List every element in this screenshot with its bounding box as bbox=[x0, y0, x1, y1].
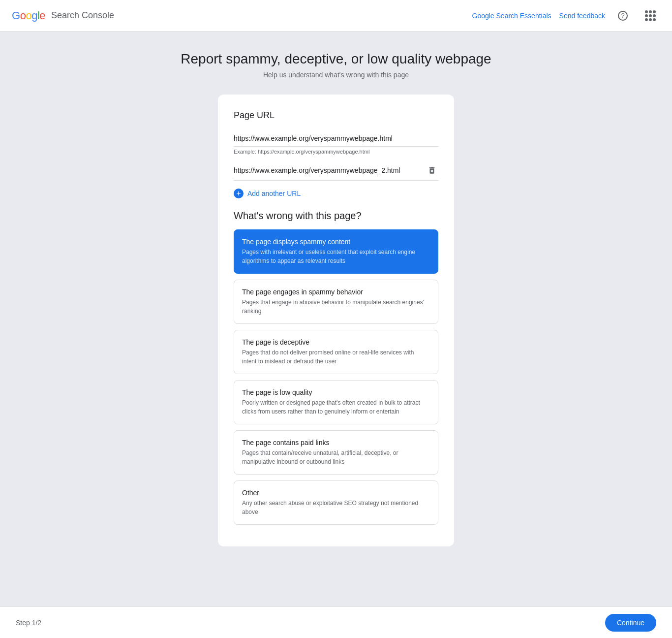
option-title-deceptive: The page is deceptive bbox=[242, 338, 430, 346]
option-title-other: Other bbox=[242, 489, 430, 497]
app-name: Search Console bbox=[51, 10, 114, 21]
add-url-label: Add another URL bbox=[247, 190, 301, 197]
main-content: Report spammy, deceptive, or low quality… bbox=[0, 32, 672, 586]
option-low-quality[interactable]: The page is low qualityPoorly written or… bbox=[234, 380, 438, 424]
help-button[interactable]: ? bbox=[613, 6, 633, 26]
url-input-1-wrapper bbox=[234, 130, 438, 147]
send-feedback-link[interactable]: Send feedback bbox=[559, 12, 605, 20]
option-title-spammy-behavior: The page engages in spammy behavior bbox=[242, 288, 430, 296]
option-desc-paid-links: Pages that contain/receive unnatural, ar… bbox=[242, 448, 430, 466]
url-input-2-row bbox=[234, 162, 438, 181]
options-section: What's wrong with this page? The page di… bbox=[234, 210, 438, 525]
option-desc-deceptive: Pages that do not deliver promised onlin… bbox=[242, 348, 430, 366]
options-section-title: What's wrong with this page? bbox=[234, 210, 438, 222]
help-icon: ? bbox=[618, 11, 628, 21]
page-subtitle: Help us understand what's wrong with thi… bbox=[263, 71, 409, 79]
option-title-spammy-content: The page displays spammy content bbox=[242, 238, 430, 246]
apps-grid-icon bbox=[645, 10, 656, 21]
url-input-1[interactable] bbox=[234, 130, 438, 147]
add-url-button[interactable]: + Add another URL bbox=[234, 189, 301, 198]
url-input-2[interactable] bbox=[234, 162, 422, 178]
page-title: Report spammy, deceptive, or low quality… bbox=[181, 51, 491, 67]
trash-icon bbox=[428, 166, 436, 175]
option-other[interactable]: OtherAny other search abuse or exploitat… bbox=[234, 480, 438, 525]
option-paid-links[interactable]: The page contains paid linksPages that c… bbox=[234, 430, 438, 475]
options-list: The page displays spammy contentPages wi… bbox=[234, 229, 438, 525]
option-deceptive[interactable]: The page is deceptivePages that do not d… bbox=[234, 330, 438, 374]
add-url-plus-icon: + bbox=[234, 189, 244, 198]
option-spammy-behavior[interactable]: The page engages in spammy behaviorPages… bbox=[234, 280, 438, 324]
delete-url-2-button[interactable] bbox=[426, 164, 438, 177]
google-apps-button[interactable] bbox=[641, 6, 660, 26]
option-title-low-quality: The page is low quality bbox=[242, 388, 430, 396]
option-desc-spammy-content: Pages with irrelevant or useless content… bbox=[242, 248, 430, 265]
option-desc-low-quality: Poorly written or designed page that's o… bbox=[242, 398, 430, 416]
continue-button[interactable]: Continue bbox=[605, 614, 656, 632]
step-label: Step 1/2 bbox=[16, 619, 41, 627]
page-footer: Step 1/2 Continue bbox=[0, 606, 672, 638]
form-card: Page URL Example: https://example.org/ve… bbox=[218, 95, 454, 546]
header-actions: Google Search Essentials Send feedback ? bbox=[472, 6, 661, 26]
google-logo: Google bbox=[12, 9, 45, 22]
option-spammy-content[interactable]: The page displays spammy contentPages wi… bbox=[234, 229, 438, 274]
url-input-1-hint: Example: https://example.org/veryspammyw… bbox=[234, 149, 438, 155]
header-logo-area: Google Search Console bbox=[12, 9, 114, 22]
url-section: Page URL Example: https://example.org/ve… bbox=[234, 110, 438, 198]
option-desc-other: Any other search abuse or exploitative S… bbox=[242, 499, 430, 516]
option-title-paid-links: The page contains paid links bbox=[242, 439, 430, 447]
url-section-title: Page URL bbox=[234, 110, 438, 121]
app-header: Google Search Console Google Search Esse… bbox=[0, 0, 672, 32]
option-desc-spammy-behavior: Pages that engage in abusive behavior to… bbox=[242, 298, 430, 316]
google-search-essentials-link[interactable]: Google Search Essentials bbox=[472, 12, 551, 20]
